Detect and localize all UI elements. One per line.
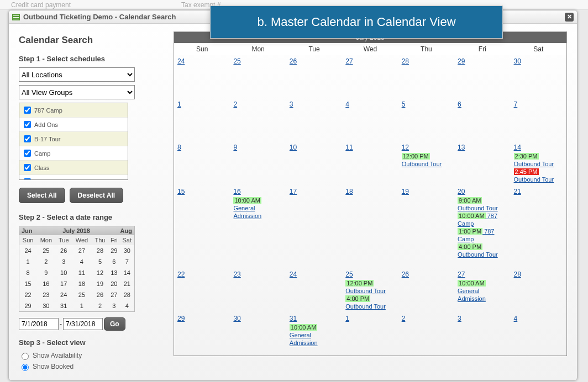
bg-text-left: Credit card payment — [11, 1, 71, 9]
annotation-banner: b. Master Calendar in Calendar View — [210, 6, 503, 10]
